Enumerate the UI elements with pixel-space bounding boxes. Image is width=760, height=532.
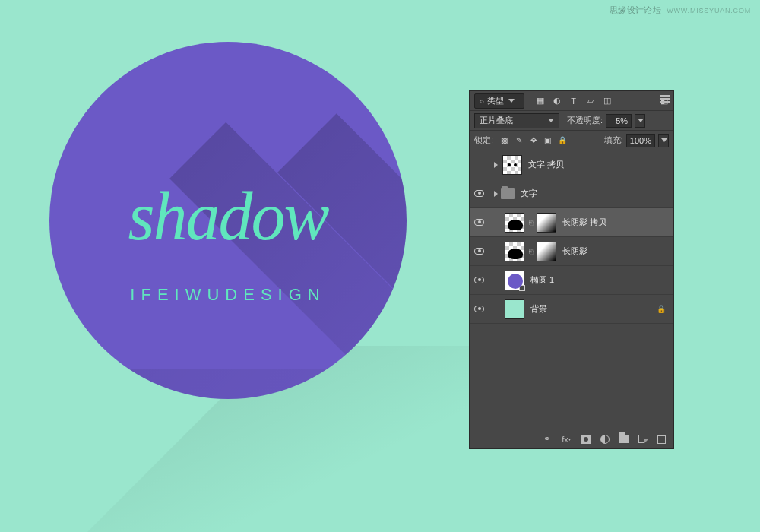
layer-name[interactable]: 文字 拷贝: [528, 159, 564, 170]
chevron-down-icon: [508, 99, 515, 103]
filter-shape-icon[interactable]: ▱: [585, 96, 595, 106]
eye-icon: [474, 277, 484, 283]
mask-link-icon[interactable]: ⎘: [527, 248, 534, 255]
visibility-toggle[interactable]: [470, 150, 489, 179]
mask-thumbnail: [537, 242, 556, 261]
fill-input[interactable]: 100%: [626, 134, 655, 147]
layer-row[interactable]: ⎘ 长阴影: [470, 237, 673, 266]
layer-thumbnail: [505, 271, 524, 290]
filter-pixel-icon[interactable]: ▦: [535, 96, 545, 106]
layer-name[interactable]: 长阴影 拷贝: [562, 217, 606, 228]
disclosure-icon[interactable]: [494, 191, 498, 197]
layer-list: 文字 拷贝 文字 ⎘ 长阴影 拷贝: [470, 150, 673, 429]
layer-thumbnail: [502, 155, 522, 175]
delete-layer-icon[interactable]: [657, 435, 666, 444]
blend-opacity-row: 正片叠底 不透明度: 5%: [470, 111, 673, 131]
filter-kind-icons: ▦ ◐ T ▱ ◫: [535, 96, 612, 106]
new-layer-icon[interactable]: [638, 435, 648, 443]
folder-icon: [501, 188, 515, 199]
lock-icon: 🔒: [657, 305, 666, 313]
layer-row[interactable]: 背景 🔒: [470, 295, 673, 324]
search-icon: ⌕: [480, 97, 484, 105]
layer-thumbnail: [505, 299, 524, 319]
visibility-toggle[interactable]: [470, 266, 489, 294]
lock-position-icon[interactable]: ✥: [528, 135, 538, 145]
layer-name[interactable]: 长阴影: [562, 245, 587, 257]
adjustment-layer-icon[interactable]: [600, 435, 610, 444]
opacity-input[interactable]: 5%: [606, 114, 632, 128]
opacity-value: 5%: [616, 116, 628, 125]
lock-label: 锁定:: [474, 135, 493, 146]
fill-value: 100%: [630, 136, 651, 145]
watermark-url: WWW.MISSYUAN.COM: [667, 7, 751, 14]
new-group-icon[interactable]: [619, 435, 629, 443]
eye-icon: [474, 248, 484, 255]
opacity-label: 不透明度:: [567, 115, 603, 126]
lock-artboard-icon[interactable]: ▣: [543, 135, 553, 145]
layer-name[interactable]: 背景: [530, 303, 547, 315]
filter-row: ⌕ 类型 ▦ ◐ T ▱ ◫ ◧: [470, 91, 673, 111]
script-text: shadow: [49, 177, 407, 255]
layers-panel: ⌕ 类型 ▦ ◐ T ▱ ◫ ◧ 正片叠底 不透明度: 5% 锁定: ▩ ✎ ✥…: [470, 91, 673, 448]
layer-name[interactable]: 椭圆 1: [530, 274, 554, 286]
layer-fx-icon[interactable]: fx▾: [561, 434, 572, 445]
chevron-down-icon: [548, 119, 554, 122]
visibility-toggle[interactable]: [470, 237, 489, 265]
lock-all-icon[interactable]: 🔒: [557, 135, 567, 145]
layer-row[interactable]: 椭圆 1: [470, 266, 673, 295]
eye-icon: [474, 306, 484, 312]
add-mask-icon[interactable]: [581, 435, 591, 444]
layer-thumbnail: [505, 242, 524, 261]
filter-type-icon[interactable]: T: [568, 96, 578, 106]
layer-row[interactable]: 文字 拷贝: [470, 150, 673, 179]
subtitle-text: IFEIWUDESIGN: [49, 285, 407, 305]
fill-label: 填充:: [604, 135, 623, 146]
blend-mode-value: 正片叠底: [480, 115, 513, 126]
eye-icon: [474, 190, 484, 197]
filter-type-dropdown[interactable]: ⌕ 类型: [474, 93, 524, 109]
fill-stepper[interactable]: [658, 134, 669, 147]
filter-type-label: 类型: [487, 95, 504, 106]
mask-link-icon[interactable]: ⎘: [527, 219, 534, 226]
panel-menu-icon[interactable]: [660, 95, 670, 103]
lock-transparency-icon[interactable]: ▩: [499, 135, 509, 145]
visibility-toggle[interactable]: [470, 208, 489, 236]
layer-row[interactable]: ⎘ 长阴影 拷贝: [470, 208, 673, 237]
visibility-toggle[interactable]: [470, 295, 489, 323]
filter-adjustment-icon[interactable]: ◐: [552, 96, 562, 106]
shape-badge-icon: [519, 285, 525, 291]
mask-thumbnail: [537, 213, 556, 233]
filter-smart-icon[interactable]: ◫: [602, 96, 612, 106]
disclosure-icon[interactable]: [494, 162, 498, 168]
eye-icon: [474, 219, 484, 226]
artwork-canvas: shadow IFEIWUDESIGN: [49, 42, 407, 399]
purple-circle: shadow IFEIWUDESIGN: [49, 42, 407, 399]
blend-mode-select[interactable]: 正片叠底: [474, 113, 559, 128]
watermark-text: 思缘设计论坛: [610, 5, 661, 14]
layer-name[interactable]: 文字: [521, 188, 537, 199]
link-layers-icon[interactable]: ⚭: [541, 434, 552, 445]
visibility-toggle[interactable]: [470, 179, 489, 207]
lock-pixels-icon[interactable]: ✎: [514, 135, 524, 145]
opacity-stepper[interactable]: [635, 114, 645, 128]
watermark: 思缘设计论坛 WWW.MISSYUAN.COM: [610, 5, 751, 16]
lock-fill-row: 锁定: ▩ ✎ ✥ ▣ 🔒 填充: 100%: [470, 131, 673, 150]
panel-footer: ⚭ fx▾: [470, 429, 673, 448]
layer-row[interactable]: 文字: [470, 179, 673, 208]
layer-thumbnail: [505, 213, 524, 233]
